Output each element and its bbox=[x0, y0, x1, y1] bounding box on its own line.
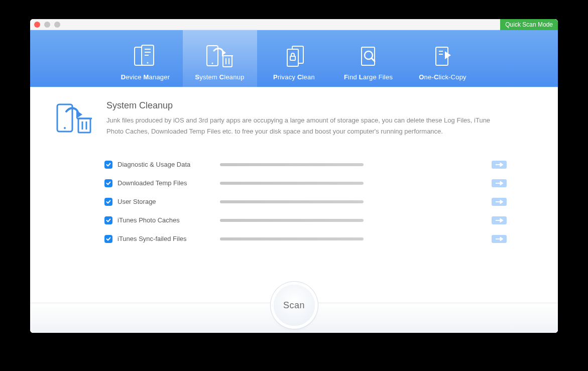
svg-rect-9 bbox=[223, 56, 232, 67]
scan-button-label: Scan bbox=[283, 300, 305, 311]
detail-arrow-button[interactable] bbox=[492, 179, 507, 187]
tab-device-manager[interactable]: Device Manager bbox=[108, 30, 183, 87]
checkbox[interactable] bbox=[104, 161, 112, 169]
tab-label: One-Click-Copy bbox=[419, 73, 466, 81]
system-cleanup-hero-icon bbox=[54, 100, 93, 136]
tab-label: Device Manager bbox=[121, 73, 170, 81]
svg-point-5 bbox=[147, 62, 148, 64]
quick-scan-mode-badge[interactable]: Quick Scan Mode bbox=[500, 19, 558, 30]
checkbox[interactable] bbox=[104, 216, 112, 224]
titlebar: Quick Scan Mode bbox=[30, 19, 558, 30]
tab-find-large-files[interactable]: Find Large Files bbox=[331, 30, 406, 87]
checkbox[interactable] bbox=[104, 235, 112, 243]
progress-bar bbox=[220, 182, 364, 185]
cleanup-item-row: Downloaded Temp Files bbox=[104, 174, 528, 192]
svg-point-7 bbox=[211, 63, 213, 64]
progress-bar bbox=[220, 200, 364, 203]
header-nav: Device Manager System Cleanup bbox=[30, 30, 558, 87]
tab-one-click-copy[interactable]: One-Click-Copy bbox=[406, 30, 480, 87]
one-click-copy-icon bbox=[428, 43, 458, 69]
close-button[interactable] bbox=[34, 22, 40, 28]
cleanup-item-row: iTunes Sync-failed Files bbox=[104, 229, 528, 248]
page-title: System Cleanup bbox=[106, 100, 508, 111]
item-label: Diagnostic & Usage Data bbox=[117, 161, 220, 168]
item-label: Downloaded Temp Files bbox=[117, 179, 220, 187]
minimize-button[interactable] bbox=[44, 22, 50, 28]
svg-rect-26 bbox=[78, 118, 90, 133]
scan-button[interactable]: Scan bbox=[274, 285, 315, 326]
content-pane: System Cleanup Junk files produced by iO… bbox=[30, 87, 558, 333]
svg-rect-14 bbox=[287, 49, 298, 66]
find-large-files-icon bbox=[354, 43, 384, 69]
system-cleanup-icon bbox=[205, 43, 235, 69]
cleanup-item-row: Diagnostic & Usage Data bbox=[104, 155, 528, 174]
app-window: Quick Scan Mode Device Manager bbox=[30, 19, 558, 333]
tab-system-cleanup[interactable]: System Cleanup bbox=[183, 30, 257, 87]
progress-bar bbox=[220, 237, 364, 240]
svg-marker-33 bbox=[500, 181, 503, 185]
item-label: User Storage bbox=[117, 198, 220, 205]
svg-marker-8 bbox=[222, 50, 226, 56]
cleanup-items-list: Diagnostic & Usage DataDownloaded Temp F… bbox=[30, 147, 558, 248]
tab-label: System Cleanup bbox=[195, 73, 244, 81]
svg-point-24 bbox=[64, 127, 66, 129]
item-label: iTunes Sync-failed Files bbox=[117, 235, 220, 242]
svg-marker-31 bbox=[500, 163, 503, 167]
svg-marker-35 bbox=[500, 200, 503, 204]
svg-marker-39 bbox=[500, 237, 503, 241]
device-manager-icon bbox=[131, 43, 161, 69]
progress-bar bbox=[220, 163, 364, 166]
privacy-clean-icon bbox=[279, 43, 309, 69]
cleanup-item-row: iTunes Photo Caches bbox=[104, 211, 528, 229]
tab-privacy-clean[interactable]: Privacy Clean bbox=[257, 30, 331, 87]
window-controls bbox=[34, 22, 60, 28]
detail-arrow-button[interactable] bbox=[492, 216, 507, 224]
page-intro: System Cleanup Junk files produced by iO… bbox=[30, 87, 558, 147]
svg-marker-37 bbox=[500, 218, 503, 222]
page-description: Junk files produced by iOS and 3rd party… bbox=[106, 115, 508, 137]
tab-label: Find Large Files bbox=[344, 73, 393, 81]
checkbox[interactable] bbox=[104, 179, 112, 187]
checkbox[interactable] bbox=[104, 198, 112, 206]
detail-arrow-button[interactable] bbox=[492, 235, 507, 243]
tab-label: Privacy Clean bbox=[273, 73, 315, 81]
item-label: iTunes Photo Caches bbox=[117, 216, 220, 224]
progress-bar bbox=[220, 219, 364, 222]
detail-arrow-button[interactable] bbox=[492, 198, 507, 206]
detail-arrow-button[interactable] bbox=[492, 161, 507, 169]
maximize-button[interactable] bbox=[54, 22, 60, 28]
cleanup-item-row: User Storage bbox=[104, 192, 528, 211]
svg-marker-25 bbox=[76, 110, 82, 118]
